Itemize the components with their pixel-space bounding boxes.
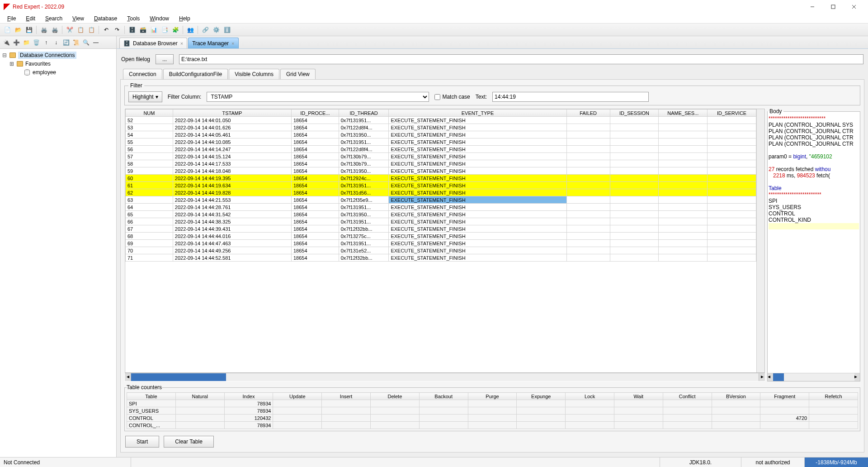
match-case-checkbox[interactable]: Match case xyxy=(434,94,470,100)
cut-icon[interactable]: ✂️ xyxy=(65,25,74,34)
body-text[interactable]: ***************************PLAN (CONTROL… xyxy=(768,114,860,373)
counter-header[interactable]: Natural xyxy=(175,393,224,400)
filelog-path-input[interactable] xyxy=(179,54,863,64)
grid-header[interactable]: EVENT_TYPE xyxy=(389,110,566,117)
highlight-dropdown[interactable]: Highlight▾ xyxy=(128,91,162,102)
table-row[interactable]: 622022-09-14 14:44:19.828186540x7f131d56… xyxy=(126,189,756,196)
table-row[interactable]: 662022-09-14 14:44:38.325186540x7f131951… xyxy=(126,218,756,225)
counter-header[interactable]: Backout xyxy=(419,393,468,400)
tree-item-employee[interactable]: employee xyxy=(0,68,116,76)
grid-header[interactable]: ID_SESSION xyxy=(610,110,659,117)
counter-header[interactable]: Conflict xyxy=(663,393,712,400)
minimize-button[interactable] xyxy=(802,0,823,14)
counter-header[interactable]: Lock xyxy=(566,393,614,400)
grid-header[interactable]: TSTAMP xyxy=(173,110,291,117)
redo-icon[interactable]: ↷ xyxy=(113,25,122,34)
close-icon[interactable]: × xyxy=(180,41,183,46)
counter-header[interactable]: Table xyxy=(127,393,176,400)
table-row[interactable]: 672022-09-14 14:44:39.431186540x7f12f32b… xyxy=(126,225,756,233)
tab-database-browser[interactable]: 🗄️Database Browser× xyxy=(119,38,187,48)
table-row[interactable]: CONTROL1204324720 xyxy=(127,415,858,422)
grid-header[interactable]: ID_PROCE... xyxy=(291,110,339,117)
grid-header[interactable]: ID_THREAD xyxy=(339,110,389,117)
counter-header[interactable]: Wait xyxy=(614,393,663,400)
body-hscroll[interactable]: ◂ ▸ xyxy=(768,373,860,381)
counter-header[interactable]: Delete xyxy=(370,393,419,400)
maximize-button[interactable] xyxy=(823,0,844,14)
table-row[interactable]: 602022-09-14 14:44:19.395186540x7f12924c… xyxy=(126,175,756,182)
menu-database[interactable]: Database xyxy=(90,14,122,23)
collapse-icon[interactable]: — xyxy=(91,38,100,47)
db-tool-4-icon[interactable]: 📑 xyxy=(160,25,169,34)
counter-header[interactable]: Update xyxy=(273,393,322,400)
close-button[interactable] xyxy=(844,0,864,14)
print-preview-icon[interactable]: 🖨️ xyxy=(50,25,59,34)
table-row[interactable]: 562022-09-14 14:44:14.247186540x7f122d8f… xyxy=(126,146,756,153)
table-row[interactable]: 542022-09-14 14:44:05.461186540x7f131950… xyxy=(126,131,756,138)
menu-file[interactable]: File xyxy=(3,14,20,23)
table-row[interactable]: 582022-09-14 14:44:17.533186540x7f130b79… xyxy=(126,160,756,167)
down-icon[interactable]: ↓ xyxy=(52,38,61,47)
table-row[interactable]: 692022-09-14 14:44:47.463186540x7f131951… xyxy=(126,240,756,247)
subtab-buildconfigurationfile[interactable]: BuildConfigurationFile xyxy=(163,69,228,80)
new-folder-icon[interactable]: 📁 xyxy=(22,38,31,47)
menu-edit[interactable]: Edit xyxy=(21,14,40,23)
grid-vscroll[interactable] xyxy=(756,109,764,372)
link-icon[interactable]: 🔗 xyxy=(201,25,210,34)
grid-header[interactable]: NAME_SES... xyxy=(659,110,708,117)
counter-header[interactable]: Expunge xyxy=(517,393,566,400)
counter-header[interactable]: Refetch xyxy=(809,393,858,400)
grid-header[interactable]: FAILED xyxy=(566,110,610,117)
users-icon[interactable]: 👥 xyxy=(186,25,195,34)
info-icon[interactable]: ℹ️ xyxy=(222,25,231,34)
refresh-icon[interactable]: 🔄 xyxy=(61,38,71,47)
table-row[interactable]: 552022-09-14 14:44:10.085186540x7f131951… xyxy=(126,138,756,146)
tree-item-favourites[interactable]: ⊞ Favourites xyxy=(0,59,116,68)
db-tool-3-icon[interactable]: 📊 xyxy=(149,25,158,34)
table-row[interactable]: 592022-09-14 14:44:18.048186540x7f131950… xyxy=(126,167,756,175)
subtab-visible-columns[interactable]: Visible Columns xyxy=(229,69,279,80)
menu-tools[interactable]: Tools xyxy=(123,14,144,23)
counter-header[interactable]: Fragment xyxy=(760,393,809,400)
copy-icon[interactable]: 📋 xyxy=(76,25,85,34)
search-icon[interactable]: 🔍 xyxy=(81,38,90,47)
db-tool-2-icon[interactable]: 🗃️ xyxy=(138,25,147,34)
script-icon[interactable]: 📜 xyxy=(71,38,80,47)
grid-hscroll[interactable]: ◂ ▸ xyxy=(125,373,765,381)
settings-icon[interactable]: ⚙️ xyxy=(212,25,221,34)
table-row[interactable]: SPI78934 xyxy=(127,400,858,407)
counter-header[interactable]: Purge xyxy=(468,393,517,400)
subtab-grid-view[interactable]: Grid View xyxy=(280,69,316,80)
counters-grid[interactable]: TableNaturalIndexUpdateInsertDeleteBacko… xyxy=(127,392,858,429)
db-tool-1-icon[interactable]: 🗄️ xyxy=(127,25,137,34)
add-db-icon[interactable]: ➕ xyxy=(12,38,21,47)
browse-button[interactable]: ... xyxy=(156,54,174,64)
start-button[interactable]: Start xyxy=(125,436,159,448)
counter-header[interactable]: Index xyxy=(224,393,273,400)
table-row[interactable]: 642022-09-14 14:44:28.761186540x7f131951… xyxy=(126,204,756,211)
tree-root[interactable]: ⊟ Database Connections xyxy=(0,51,116,59)
delete-icon[interactable]: 🗑️ xyxy=(32,38,41,47)
trace-grid[interactable]: NUMTSTAMPID_PROCE...ID_THREADEVENT_TYPEF… xyxy=(125,109,765,373)
filter-column-select[interactable]: TSTAMP xyxy=(207,92,429,102)
counter-header[interactable]: BVersion xyxy=(712,393,760,400)
menu-window[interactable]: Window xyxy=(145,14,174,23)
table-row[interactable]: SYS_USERS78934 xyxy=(127,407,858,415)
up-icon[interactable]: ↑ xyxy=(42,38,51,47)
open-icon[interactable]: 📂 xyxy=(14,25,23,34)
db-tree[interactable]: ⊟ Database Connections ⊞ Favourites empl… xyxy=(0,49,116,457)
menu-search[interactable]: Search xyxy=(41,14,67,23)
subtab-connection[interactable]: Connection xyxy=(123,69,162,80)
tab-trace-manager[interactable]: Trace Manager× xyxy=(188,38,238,48)
table-row[interactable]: 702022-09-14 14:44:49.256186540x7f131e52… xyxy=(126,247,756,254)
undo-icon[interactable]: ↶ xyxy=(102,25,111,34)
connect-icon[interactable]: 🔌 xyxy=(2,38,11,47)
filter-text-input[interactable] xyxy=(492,92,649,102)
table-row[interactable]: 652022-09-14 14:44:31.542186540x7f131950… xyxy=(126,211,756,218)
grid-header[interactable]: ID_SERVICE xyxy=(708,110,756,117)
table-row[interactable]: 682022-09-14 14:44:44.016186540x7f13275c… xyxy=(126,233,756,240)
db-tool-5-icon[interactable]: 🧩 xyxy=(171,25,180,34)
table-row[interactable]: CONTROL_...78934 xyxy=(127,422,858,429)
table-row[interactable]: 612022-09-14 14:44:19.634186540x7f131951… xyxy=(126,182,756,189)
table-row[interactable]: 632022-09-14 14:44:21.553186540x7f12f35e… xyxy=(126,196,756,204)
